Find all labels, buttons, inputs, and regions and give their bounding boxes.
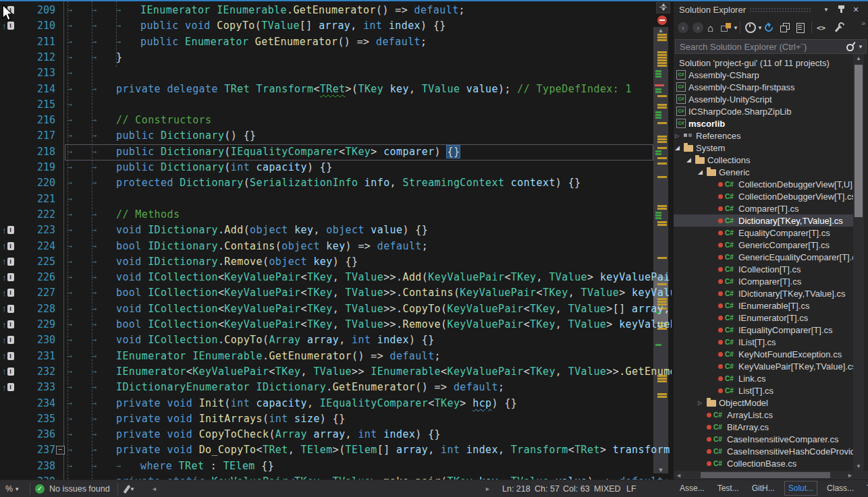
implements-icon[interactable]: ↑I: [2, 256, 14, 268]
panel-horizontal-scrollbar[interactable]: ◄ ►: [674, 471, 868, 479]
code-line[interactable]: →→public Dictionary(int capacity) {}: [67, 160, 333, 175]
sync-with-active-document-button[interactable]: ▼: [721, 21, 738, 34]
tree-item[interactable]: C#KeyNotFoundException.cs: [674, 348, 855, 360]
scroll-down-arrow-icon[interactable]: ▼: [653, 467, 668, 473]
search-input[interactable]: [676, 42, 845, 52]
implements-icon[interactable]: ↑I: [2, 334, 14, 346]
fold-collapse-icon[interactable]: −: [56, 446, 65, 455]
zoom-dropdown[interactable]: % ▼: [5, 480, 20, 497]
panel-tab-class[interactable]: Class...: [823, 481, 857, 495]
tree-item[interactable]: C#GenericEqualityComparer[T].cs: [674, 251, 855, 263]
tree-item[interactable]: ◢Generic: [674, 166, 855, 178]
tree-item[interactable]: C#CollectionDebuggerView[T,U].cs: [674, 178, 855, 190]
panel-tab-solut[interactable]: Solut...: [784, 481, 817, 496]
implements-icon[interactable]: ↑I: [2, 287, 14, 299]
code-line[interactable]: →→→public Enumerator GetEnumerator() => …: [67, 34, 427, 50]
code-line[interactable]: →: [67, 97, 92, 113]
back-button[interactable]: ‹: [678, 21, 688, 34]
line-number[interactable]: 212: [13, 50, 55, 65]
tree-item[interactable]: ▷References: [674, 129, 855, 142]
line-number[interactable]: 209: [13, 3, 55, 18]
tree-item[interactable]: C#KeyValuePair[TKey,TValue].cs: [674, 360, 855, 372]
code-line[interactable]: →→private void CopyToCheck(Array array, …: [67, 427, 441, 442]
view-code-button[interactable]: <>: [817, 21, 825, 34]
code-line[interactable]: →→void IDictionary.Add(object key, objec…: [67, 223, 428, 238]
code-line[interactable]: →→→IEnumerator IEnumerable.GetEnumerator…: [67, 3, 465, 18]
tree-item[interactable]: C#ICollection[T].cs: [674, 263, 855, 275]
implements-icon[interactable]: ↑I: [2, 224, 14, 236]
tree-item[interactable]: C#Assembly-UnityScript: [674, 93, 855, 105]
code-line[interactable]: →→bool IDictionary.Contains(object key) …: [67, 239, 428, 254]
line-number[interactable]: 235: [13, 411, 55, 427]
toolbar-overflow-button[interactable]: »: [861, 19, 865, 27]
line-number[interactable]: 216: [13, 113, 55, 128]
hscroll-right-arrow-icon[interactable]: ►: [847, 472, 853, 479]
tree-item[interactable]: C#IEqualityComparer[T].cs: [674, 324, 855, 336]
line-number[interactable]: 236: [13, 427, 55, 442]
suppress-indicator-icon[interactable]: [657, 16, 667, 25]
tree-item[interactable]: Solution 'project-gui' (11 of 11 project…: [674, 57, 855, 69]
code-line[interactable]: →→IEnumerator IEnumerable.GetEnumerator(…: [67, 349, 441, 364]
code-line[interactable]: →→bool ICollection<KeyValuePair<TKey, TV…: [67, 285, 672, 301]
line-number[interactable]: 213: [13, 65, 55, 81]
implements-icon[interactable]: ↑I: [2, 4, 14, 16]
code-line[interactable]: →→void ICollection<KeyValuePair<TKey, TV…: [67, 301, 672, 317]
tree-item[interactable]: C#CaseInsensitiveComparer.cs: [674, 433, 855, 445]
tree-item[interactable]: C#Assembly-CSharp: [674, 69, 855, 81]
line-number[interactable]: 215: [13, 97, 55, 113]
scroll-up-arrow-icon[interactable]: ▲: [853, 55, 864, 61]
code-line[interactable]: →→void ICollection<KeyValuePair<TKey, TV…: [67, 270, 672, 285]
panel-tab-tea[interactable]: Tea...: [863, 481, 868, 495]
tree-item[interactable]: C#GenericComparer[T].cs: [674, 239, 855, 251]
line-number[interactable]: 237: [13, 442, 55, 458]
tree-item[interactable]: C#CollectionDebuggerView[T].cs: [674, 190, 855, 202]
code-line[interactable]: →→void IDictionary.Remove(object key) {}: [67, 254, 358, 270]
implements-icon[interactable]: ↑I: [2, 271, 14, 283]
close-icon[interactable]: ×: [850, 4, 861, 15]
line-number[interactable]: 228: [13, 301, 55, 317]
line-number[interactable]: 220: [13, 175, 55, 191]
scrollbar-thumb[interactable]: [855, 65, 863, 217]
line-number[interactable]: 222: [13, 207, 55, 223]
code-line[interactable]: →→private delegate TRet Transform<TRet>(…: [67, 82, 632, 97]
implements-icon[interactable]: ↑I: [2, 381, 14, 393]
line-number[interactable]: 226: [13, 270, 55, 285]
line-number[interactable]: 231: [13, 349, 55, 364]
tree-item[interactable]: C#CaseInsensitiveHashCodeProvider.cs: [674, 445, 855, 457]
line-number[interactable]: 223: [13, 223, 55, 238]
line-number[interactable]: 221: [13, 192, 55, 207]
whitespace-toggle[interactable]: ▼: [126, 480, 135, 497]
tree-item[interactable]: C#IList[T].cs: [674, 336, 855, 348]
tree-item[interactable]: C#Link.cs: [674, 372, 855, 384]
line-number[interactable]: 227: [13, 285, 55, 301]
editor-splitter-handle[interactable]: [656, 2, 670, 13]
code-line[interactable]: →→IDictionaryEnumerator IDictionary.GetE…: [67, 380, 504, 395]
chevron-down-icon[interactable]: ▼: [858, 44, 863, 50]
search-icon[interactable]: [845, 42, 855, 52]
expand-arrow-icon[interactable]: ▷: [675, 133, 684, 139]
line-number[interactable]: 218: [13, 144, 55, 160]
code-line[interactable]: →→// Methods: [67, 207, 180, 223]
code-line[interactable]: →→bool ICollection<KeyValuePair<TKey, TV…: [67, 317, 672, 332]
forward-button[interactable]: ›: [693, 21, 703, 34]
tree-item[interactable]: C#mscorlib: [674, 117, 855, 129]
tree-item[interactable]: ◢System: [674, 142, 855, 154]
hscroll-right-arrow-icon[interactable]: ►: [485, 480, 491, 497]
code-line[interactable]: →→private void Do_CopyTo<TRet, TElem>(TE…: [67, 442, 672, 458]
line-number[interactable]: 217: [13, 128, 55, 144]
implements-icon[interactable]: ↑I: [2, 240, 14, 252]
tree-item[interactable]: C#IComparer[T].cs: [674, 275, 855, 287]
line-number[interactable]: 210: [13, 18, 55, 34]
code-line[interactable]: →→public Dictionary(IEqualityComparer<TK…: [67, 144, 460, 160]
document-health-indicator[interactable]: ✓ No issues found: [35, 480, 110, 497]
search-box[interactable]: ▼: [675, 39, 867, 54]
code-line[interactable]: →: [67, 65, 92, 81]
code-line[interactable]: →→private void InitArrays(int size) {}: [67, 411, 346, 427]
expand-arrow-icon[interactable]: ◢: [698, 169, 707, 175]
panel-tab-test[interactable]: Test...: [714, 481, 742, 495]
line-number[interactable]: 219: [13, 160, 55, 175]
code-line[interactable]: →→IEnumerator<KeyValuePair<TKey, TValue>…: [67, 364, 672, 380]
line-number[interactable]: 239: [13, 474, 55, 479]
code-line[interactable]: →→public Dictionary() {}: [67, 128, 256, 144]
implements-icon[interactable]: ↑I: [2, 366, 14, 378]
